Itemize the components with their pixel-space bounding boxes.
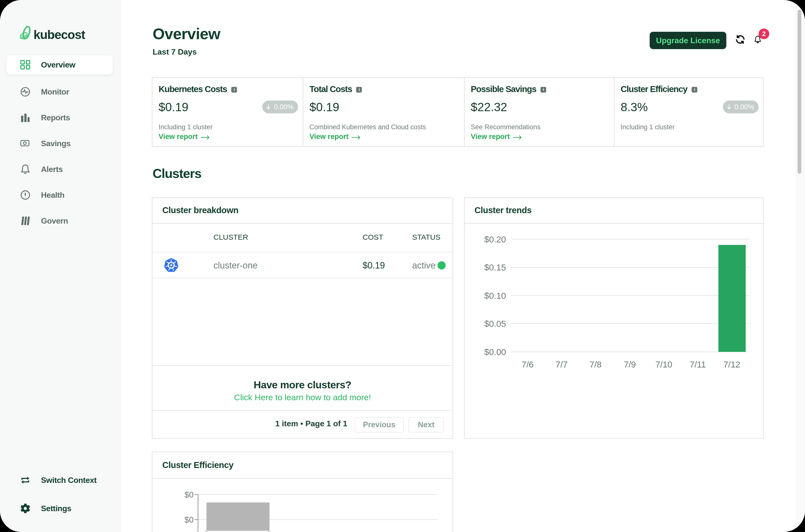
svg-text:$0.05: $0.05	[484, 319, 506, 328]
svg-text:$0.15: $0.15	[484, 263, 506, 272]
svg-text:7/6: 7/6	[522, 360, 534, 369]
svg-text:7/11: 7/11	[690, 360, 706, 369]
svg-text:$0: $0	[185, 515, 194, 524]
svg-text:$0.20: $0.20	[484, 234, 506, 244]
svg-text:$0: $0	[185, 490, 194, 499]
svg-text:7/12: 7/12	[723, 360, 740, 369]
svg-text:$0.10: $0.10	[484, 291, 506, 301]
svg-text:kubecost: kubecost	[34, 28, 85, 42]
svg-text:7/7: 7/7	[556, 360, 568, 369]
svg-text:7/10: 7/10	[655, 360, 672, 369]
svg-text:7/8: 7/8	[590, 360, 602, 369]
svg-text:$0.00: $0.00	[484, 347, 506, 357]
svg-text:7/9: 7/9	[624, 360, 636, 369]
